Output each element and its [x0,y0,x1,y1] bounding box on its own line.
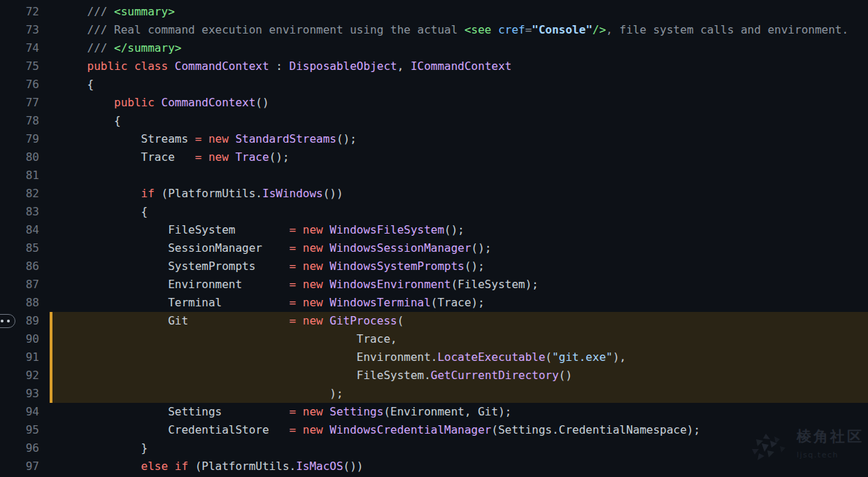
code-line: 80 Trace = new Trace(); [0,148,868,166]
line-number[interactable]: 88 [0,294,50,312]
code-text: public class CommandContext : Disposable… [50,57,868,76]
line-number[interactable]: 87 [0,276,50,294]
code-line: 74 /// </summary> [0,39,868,57]
annotation-dot-icon [7,320,10,322]
code-text [50,166,868,185]
line-number[interactable]: 91 [0,348,50,366]
line-number[interactable]: 81 [0,166,50,185]
line-number[interactable]: 96 [0,439,50,457]
code-text: Trace = new Trace(); [50,148,868,166]
line-number[interactable]: 94 [0,403,50,421]
code-text: Streams = new StandardStreams(); [50,130,868,148]
code-line: 87 Environment = new WindowsEnvironment(… [0,276,868,294]
code-viewer: 72 /// <summary>73 /// Real command exec… [0,0,868,477]
code-line: 76 { [0,76,868,94]
line-number[interactable]: 95 [0,421,50,439]
code-text: Git = new GitProcess( [50,312,868,330]
code-text: CredentialStore = new WindowsCredentialM… [50,421,868,439]
code-line: 86 SystemPrompts = new WindowsSystemProm… [0,257,868,276]
code-line: 84 FileSystem = new WindowsFileSystem(); [0,221,868,239]
code-line: 73 /// Real command execution environmen… [0,21,868,39]
line-number[interactable]: 74 [0,39,50,57]
code-line: 75 public class CommandContext : Disposa… [0,57,868,76]
code-text: /// </summary> [50,39,868,57]
line-number[interactable]: 72 [0,3,50,21]
line-number[interactable]: 93 [0,385,50,403]
line-number[interactable]: 97 [0,457,50,476]
line-number[interactable]: 78 [0,112,50,130]
line-number[interactable]: 86 [0,257,50,276]
code-line: 95 CredentialStore = new WindowsCredenti… [0,421,868,439]
code-lines: 72 /// <summary>73 /// Real command exec… [0,0,868,476]
code-text: Terminal = new WindowsTerminal(Trace); [50,294,868,312]
code-text: if (PlatformUtils.IsWindows()) [50,185,868,203]
code-text: } [50,439,868,457]
code-line: 97 else if (PlatformUtils.IsMacOS()) [0,457,868,476]
line-number[interactable]: 79 [0,130,50,148]
line-number[interactable]: 80 [0,148,50,166]
line-number[interactable]: 83 [0,203,50,221]
code-line: 89 Git = new GitProcess( [0,312,868,330]
code-line: 85 SessionManager = new WindowsSessionMa… [0,239,868,257]
code-text: else if (PlatformUtils.IsMacOS()) [50,457,868,476]
code-text: /// Real command execution environment u… [50,21,868,39]
code-text: { [50,112,868,130]
line-number[interactable]: 77 [0,94,50,112]
code-text: SessionManager = new WindowsSessionManag… [50,239,868,257]
code-line: 92 FileSystem.GetCurrentDirectory() [0,366,868,385]
code-text: FileSystem.GetCurrentDirectory() [50,366,868,385]
code-text: Trace, [50,330,868,348]
code-text: Settings = new Settings(Environment, Git… [50,403,868,421]
code-text: public CommandContext() [50,94,868,112]
line-number[interactable]: 92 [0,366,50,385]
annotation-pill-icon[interactable] [0,314,15,328]
code-text: { [50,203,868,221]
code-text: { [50,76,868,94]
code-line: 78 { [0,112,868,130]
code-text: FileSystem = new WindowsFileSystem(); [50,221,868,239]
line-number[interactable]: 75 [0,57,50,76]
line-number[interactable]: 73 [0,21,50,39]
code-line: 82 if (PlatformUtils.IsWindows()) [0,185,868,203]
code-line: 81 [0,166,868,185]
code-line: 77 public CommandContext() [0,94,868,112]
code-line: 88 Terminal = new WindowsTerminal(Trace)… [0,294,868,312]
code-line: 96 } [0,439,868,457]
code-text: SystemPrompts = new WindowsSystemPrompts… [50,257,868,276]
line-number[interactable]: 76 [0,76,50,94]
code-line: 72 /// <summary> [0,3,868,21]
code-text: Environment.LocateExecutable("git.exe"), [50,348,868,366]
code-line: 79 Streams = new StandardStreams(); [0,130,868,148]
line-number[interactable]: 85 [0,239,50,257]
code-line: 83 { [0,203,868,221]
code-line: 91 Environment.LocateExecutable("git.exe… [0,348,868,366]
line-number[interactable]: 90 [0,330,50,348]
code-line: 90 Trace, [0,330,868,348]
code-line: 94 Settings = new Settings(Environment, … [0,403,868,421]
code-text: /// <summary> [50,3,868,21]
line-number[interactable]: 82 [0,185,50,203]
code-text: ); [50,385,868,403]
line-number[interactable]: 84 [0,221,50,239]
annotation-dot-icon [1,320,3,322]
code-line: 93 ); [0,385,868,403]
code-text: Environment = new WindowsEnvironment(Fil… [50,276,868,294]
